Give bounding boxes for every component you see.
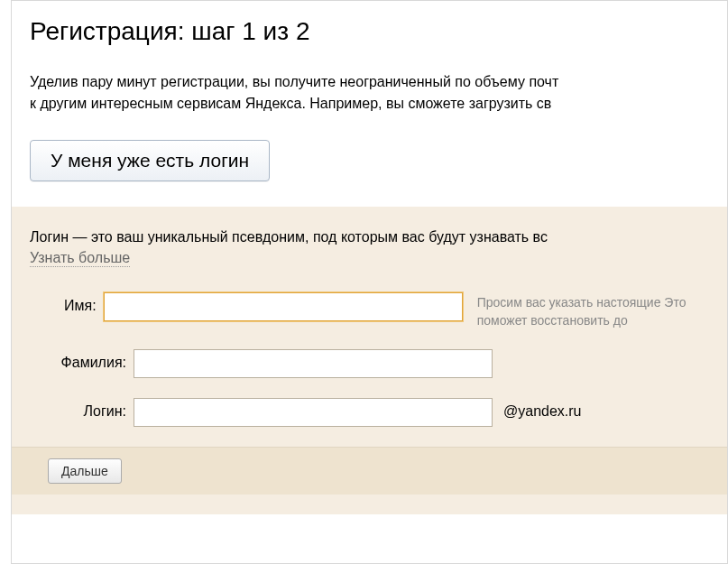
next-button[interactable]: Дальше bbox=[48, 458, 122, 484]
firstname-input[interactable] bbox=[104, 292, 463, 321]
firstname-row: Имя: Просим вас указать настоящие Это по… bbox=[30, 292, 727, 329]
content-wrapper: Регистрация: шаг 1 из 2 Уделив пару мину… bbox=[12, 1, 727, 514]
registration-form: Логин — это ваш уникальный псевдоним, по… bbox=[12, 207, 727, 514]
registration-page: Регистрация: шаг 1 из 2 Уделив пару мину… bbox=[11, 0, 728, 564]
intro-text: Уделив пару минут регистрации, вы получи… bbox=[30, 71, 727, 115]
login-domain-suffix: @yandex.ru bbox=[503, 398, 582, 420]
login-description: Логин — это ваш уникальный псевдоним, по… bbox=[30, 227, 727, 248]
lastname-input[interactable] bbox=[134, 349, 493, 378]
page-title: Регистрация: шаг 1 из 2 bbox=[30, 17, 727, 46]
firstname-hint: Просим вас указать настоящие Это поможет… bbox=[477, 292, 727, 329]
login-input[interactable] bbox=[134, 398, 493, 427]
login-label: Логин: bbox=[30, 398, 134, 420]
learn-more-link[interactable]: Узнать больше bbox=[30, 250, 130, 267]
submit-row: Дальше bbox=[12, 447, 727, 495]
lastname-row: Фамилия: bbox=[30, 349, 727, 378]
already-have-login-button[interactable]: У меня уже есть логин bbox=[30, 140, 270, 181]
login-row: Логин: @yandex.ru bbox=[30, 398, 727, 427]
lastname-label: Фамилия: bbox=[30, 349, 134, 371]
firstname-label: Имя: bbox=[30, 292, 104, 314]
